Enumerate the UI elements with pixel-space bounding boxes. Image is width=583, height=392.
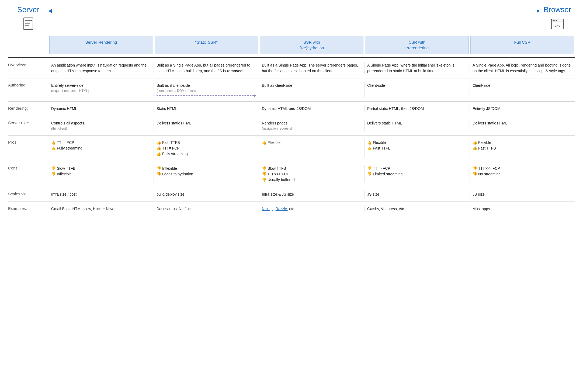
- server-role-row: Server role: Controls all aspects. (thin…: [8, 116, 575, 136]
- cons-cell-1: 👎 Inflexible 👎 Leads to hydration: [154, 165, 259, 183]
- server-role-sub-2: (navigation requests): [262, 126, 362, 131]
- nextjs-link[interactable]: Next.js: [262, 207, 273, 211]
- authoring-cells: Entirely server-side (request-response, …: [48, 82, 575, 98]
- pros-item: 👍 Fast TTFB: [157, 140, 256, 145]
- scales-cell-1: build/deploy size: [154, 191, 259, 198]
- server-role-cell-1: Delivers static HTML: [154, 120, 259, 131]
- cons-item: 👎 TTI >>> FCP: [473, 166, 572, 171]
- icons-row: </>: [8, 17, 575, 32]
- col-header-server-rendering: Server Rendering: [49, 36, 153, 54]
- header-row: Server Browser: [8, 5, 575, 14]
- pros-item: 👍 TTI = FCP: [157, 145, 256, 151]
- svg-point-7: [553, 20, 554, 21]
- server-label: Server: [8, 5, 48, 14]
- razzle-link[interactable]: Razzle: [276, 207, 287, 211]
- cons-label: Cons:: [8, 165, 48, 170]
- authoring-cell-2: Built as client-side: [259, 82, 364, 98]
- server-role-cell-2: Renders pages (navigation requests): [259, 120, 364, 131]
- overview-cell-3: A Single Page App, where the initial she…: [364, 62, 470, 74]
- authoring-cell-4: Client-side: [470, 82, 575, 98]
- cons-item: 👎 TTI > FCP: [367, 166, 467, 171]
- cons-cells: 👎 Slow TTFB 👎 Inflexible 👎 Inflexible 👎 …: [48, 165, 575, 183]
- authoring-row: Authoring: Entirely server-side (request…: [8, 78, 575, 102]
- cons-cell-2: 👎 Slow TTFB 👎 TTI >>> FCP 👎 Usually buff…: [259, 165, 364, 183]
- pros-item: 👍 Fully streaming: [157, 151, 256, 157]
- scales-label: Scales via:: [8, 191, 48, 196]
- browser-label: Browser: [540, 5, 575, 14]
- authoring-cell-3: Client-side: [364, 82, 470, 98]
- pros-item: 👍 Fast TTFB: [367, 145, 467, 151]
- overview-cell-2: Built as a Single Page App. The server p…: [259, 62, 364, 74]
- pros-cell-2: 👍 Flexible: [259, 139, 364, 157]
- svg-point-8: [554, 20, 556, 21]
- pros-item: 👍 Fully streaming: [51, 145, 151, 151]
- server-role-cell-4: Delivers static HTML: [470, 120, 575, 131]
- col-headers: Server Rendering "Static SSR" SSR with(R…: [48, 36, 575, 54]
- pros-cell-4: 👍 Flexible 👍 Fast TTFB: [470, 139, 575, 157]
- svg-text:</>: </>: [554, 24, 561, 28]
- arrow-container: [48, 9, 540, 14]
- examples-cell-0: Gmail Basic HTML view, Hacker News: [48, 206, 154, 212]
- server-role-cells: Controls all aspects. (thin client) Deli…: [48, 120, 575, 131]
- examples-cells: Gmail Basic HTML view, Hacker News Docus…: [48, 206, 575, 212]
- pros-item: 👍 Fast TTFB: [473, 145, 572, 151]
- pros-label: Pros:: [8, 139, 48, 144]
- authoring-sub-0: (request-response, HTML): [51, 88, 151, 93]
- examples-cell-4: Most apps: [470, 206, 575, 212]
- authoring-label: Authoring:: [8, 82, 48, 87]
- pros-cell-1: 👍 Fast TTFB 👍 TTI = FCP 👍 Fully streamin…: [154, 139, 259, 157]
- overview-row: Overview: An application where input is …: [8, 58, 575, 78]
- overview-cell-0: An application where input is navigation…: [48, 62, 154, 74]
- rendering-cell-4: Entirely JS/DOM: [470, 105, 575, 112]
- cons-item: 👎 Slow TTFB: [51, 166, 151, 171]
- overview-cell-1: Built as a Single Page App, but all page…: [154, 62, 259, 74]
- scales-row: Scales via: Infra size / cost build/depl…: [8, 187, 575, 202]
- table-section: Overview: An application where input is …: [8, 58, 575, 216]
- col-header-ssr-rehydration: SSR with(Re)hydration: [260, 36, 364, 54]
- authoring-sub-1: (components, DOM*, fetch): [157, 88, 256, 93]
- cons-item: 👎 Inflexible: [157, 166, 256, 171]
- pros-item: 👍 Flexible: [473, 140, 572, 145]
- cons-cell-4: 👎 TTI >>> FCP 👎 No streaming: [470, 165, 575, 183]
- cons-item: 👎 Limited streaming: [367, 171, 467, 177]
- examples-cell-1: Docusaurus, Netflix*: [154, 206, 259, 212]
- cons-item: 👎 Leads to hydration: [157, 171, 256, 177]
- authoring-cell-1: Built as if client-side (components, DOM…: [154, 82, 259, 98]
- pros-item: 👍 Flexible: [262, 140, 362, 145]
- server-role-sub-0: (thin client): [51, 126, 151, 131]
- svg-point-9: [556, 20, 557, 21]
- dashed-arrow: [48, 9, 540, 13]
- pros-row: Pros: 👍 TTI = FCP 👍 Fully streaming 👍 Fa…: [8, 136, 575, 161]
- cons-item: 👎 Inflexible: [51, 171, 151, 177]
- overview-cells: An application where input is navigation…: [48, 62, 575, 74]
- scales-cell-2: Infra size & JS size: [259, 191, 364, 198]
- arrow-head-left-icon: [48, 9, 52, 13]
- pros-cells: 👍 TTI = FCP 👍 Fully streaming 👍 Fast TTF…: [48, 139, 575, 157]
- server-role-cell-3: Delivers static HTML: [364, 120, 470, 131]
- examples-cell-3: Gatsby, Vuepress, etc: [364, 206, 470, 212]
- cons-item: 👎 Usually buffered: [262, 177, 362, 183]
- scales-cell-0: Infra size / cost: [48, 191, 154, 198]
- examples-cell-2: Next.js, Razzle, etc: [259, 206, 364, 212]
- server-icon: [8, 17, 48, 32]
- cons-item: 👎 Slow TTFB: [262, 166, 362, 171]
- cons-cell-3: 👎 TTI > FCP 👎 Limited streaming: [364, 165, 470, 183]
- examples-label: Examples:: [8, 206, 48, 211]
- cons-item: 👎 No streaming: [473, 171, 572, 177]
- rendering-cells: Dynamic HTML Static HTML Dynamic HTML an…: [48, 105, 575, 112]
- col-header-csr-prerendering: CSR withPrerendering: [365, 36, 469, 54]
- pros-item: 👍 Flexible: [367, 140, 467, 145]
- server-role-label: Server role:: [8, 120, 48, 125]
- rendering-label: Rendering:: [8, 105, 48, 110]
- cons-item: 👎 TTI >>> FCP: [262, 171, 362, 177]
- cons-cell-0: 👎 Slow TTFB 👎 Inflexible: [48, 165, 154, 183]
- col-header-static-ssr: "Static SSR": [155, 36, 258, 54]
- rendering-cell-2: Dynamic HTML and JS/DOM: [259, 105, 364, 112]
- authoring-cell-0: Entirely server-side (request-response, …: [48, 82, 154, 98]
- rendering-cell-3: Partial static HTML, then JS/DOM: [364, 105, 470, 112]
- scales-cell-4: JS size: [470, 191, 575, 198]
- pros-cell-0: 👍 TTI = FCP 👍 Fully streaming: [48, 139, 154, 157]
- cons-row: Cons: 👎 Slow TTFB 👎 Inflexible 👎 Inflexi…: [8, 161, 575, 187]
- overview-label: Overview:: [8, 62, 48, 67]
- server-role-cell-0: Controls all aspects. (thin client): [48, 120, 154, 131]
